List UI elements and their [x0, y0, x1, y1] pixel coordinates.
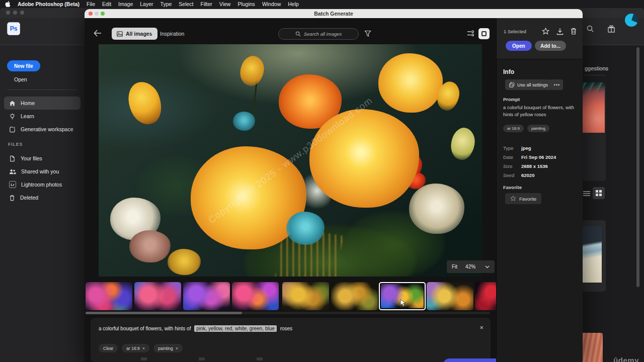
- close-icon[interactable]: ×: [479, 324, 484, 331]
- apple-icon[interactable]: [5, 1, 11, 7]
- filmstrip-thumbnail[interactable]: [183, 282, 230, 310]
- sidebar-item-label: Deleted: [20, 195, 38, 201]
- prompt-tags: ar 16:9 painting: [503, 125, 549, 132]
- remove-chip-icon[interactable]: ×: [142, 346, 145, 351]
- painting-shape: [449, 126, 477, 162]
- menu-item-filter[interactable]: Filter: [201, 1, 212, 7]
- display-settings-icon[interactable]: [467, 30, 474, 37]
- prompt-panel: a colorful bouquet of flowers, with hint…: [91, 318, 491, 362]
- menu-item-window[interactable]: Window: [262, 1, 281, 7]
- dialog-close-button[interactable]: [89, 12, 93, 16]
- prompt-value: a colorful bouquet of flowers, with hint…: [503, 104, 578, 119]
- field-value: Fri Sep 06 2024: [521, 154, 556, 160]
- filter-funnel-icon[interactable]: [364, 30, 371, 37]
- dialog-zoom-button[interactable]: [101, 12, 105, 16]
- prompt-text-after: roses: [280, 326, 292, 331]
- filmstrip-thumbnail[interactable]: [232, 282, 279, 310]
- dialog-minimize-button[interactable]: [95, 12, 99, 16]
- suggestion-card[interactable]: [583, 82, 606, 181]
- home-scrollbar[interactable]: [636, 47, 639, 287]
- trash-icon: [9, 195, 15, 201]
- sidebar-item-lightroom-photos[interactable]: Lr Lightroom photos: [4, 178, 80, 191]
- painting-shape: [233, 112, 255, 131]
- field-label: Date: [503, 154, 521, 160]
- new-file-button[interactable]: New file: [7, 60, 40, 71]
- search-icon[interactable]: [586, 25, 594, 33]
- field-value: 2688 x 1536: [521, 163, 548, 169]
- filmstrip-thumbnail[interactable]: [282, 282, 329, 310]
- fit-button[interactable]: Fit: [452, 264, 457, 269]
- prompt-chips: Clear ar 16:9× painting×: [99, 344, 183, 352]
- painting-shape: [309, 109, 419, 208]
- single-view-button[interactable]: [478, 28, 490, 39]
- sidebar-item-home[interactable]: Home: [4, 97, 80, 110]
- prompt-text-before: a colorful bouquet of flowers, with hint…: [99, 326, 191, 331]
- menu-item-edit[interactable]: Edit: [102, 1, 111, 7]
- remove-chip-icon[interactable]: ×: [176, 346, 178, 351]
- delete-trash-icon[interactable]: [571, 28, 577, 35]
- suggestions-heading-partial: ggestions: [585, 65, 608, 71]
- menu-item-layer[interactable]: Layer: [140, 1, 153, 7]
- menu-item-view[interactable]: View: [219, 1, 231, 7]
- tag-aspect-ratio[interactable]: ar 16:9: [503, 125, 524, 132]
- lightroom-icon: Lr: [9, 181, 16, 188]
- grid-view-button[interactable]: [593, 187, 605, 199]
- home-icon: [9, 100, 16, 107]
- style-chip[interactable]: painting×: [153, 344, 183, 352]
- use-all-settings-button[interactable]: Use all settings: [505, 79, 552, 90]
- prompt-input[interactable]: a colorful bouquet of flowers, with hint…: [99, 326, 466, 331]
- window-minimize-button[interactable]: [13, 11, 17, 15]
- window-zoom-button[interactable]: [20, 11, 24, 15]
- sidebar-item-your-files[interactable]: Your files: [4, 152, 80, 165]
- window-close-button[interactable]: [6, 11, 10, 15]
- field-label: Size: [503, 163, 521, 169]
- open-selected-button[interactable]: Open: [506, 41, 532, 51]
- gallery-card[interactable]: [583, 220, 606, 292]
- aspect-ratio-chip[interactable]: ar 16:9×: [122, 344, 149, 352]
- prompt-text-highlighted[interactable]: pink, yellow, red, white, green, blue: [194, 325, 277, 332]
- add-to-button[interactable]: Add to...: [535, 41, 566, 51]
- inspiration-bulb-icon: [150, 30, 156, 37]
- sidebar-item-generative-workspace[interactable]: Generative workspace: [4, 123, 80, 136]
- generated-image[interactable]: Copyright © 2025 - www.p30download.com: [99, 44, 482, 277]
- zoom-control[interactable]: Fit 42%: [447, 260, 495, 273]
- list-view-icon[interactable]: [583, 190, 591, 197]
- partial-toolbar-icon: [199, 357, 205, 360]
- more-options-button[interactable]: •••: [551, 79, 563, 90]
- menu-item-image[interactable]: Image: [118, 1, 133, 7]
- clear-chip[interactable]: Clear: [99, 344, 118, 352]
- info-field-size: Size 2688 x 1536: [503, 163, 579, 169]
- menu-item-select[interactable]: Select: [179, 1, 193, 7]
- menu-item-help[interactable]: Help: [288, 1, 299, 7]
- sidebar-item-learn[interactable]: Learn: [4, 110, 80, 123]
- sidebar-item-deleted[interactable]: Deleted: [4, 191, 80, 204]
- favorite-star-icon[interactable]: [542, 28, 549, 35]
- menu-app-name[interactable]: Adobe Photoshop (Beta): [18, 1, 79, 7]
- menu-item-plugins[interactable]: Plugins: [237, 1, 255, 7]
- filmstrip-thumbnail[interactable]: [86, 282, 132, 310]
- info-field-date: Date Fri Sep 06 2024: [503, 154, 579, 160]
- filmstrip-thumbnail[interactable]: [134, 282, 181, 310]
- tag-style[interactable]: painting: [527, 125, 549, 132]
- gift-icon[interactable]: [607, 25, 615, 33]
- favorite-button[interactable]: Favorite: [505, 193, 541, 204]
- back-icon[interactable]: [94, 30, 102, 37]
- menu-item-file[interactable]: File: [87, 1, 95, 7]
- tab-inspiration[interactable]: Inspiration: [150, 28, 184, 40]
- info-panel: 1 Selected Open Add to... Info Use all s…: [496, 18, 583, 362]
- open-button[interactable]: Open: [14, 76, 27, 82]
- chevron-down-icon[interactable]: [485, 265, 490, 268]
- sidebar-item-label: Lightroom photos: [21, 182, 62, 188]
- filmstrip-thumbnail[interactable]: [331, 282, 378, 310]
- menu-item-type[interactable]: Type: [160, 1, 172, 7]
- people-icon: [9, 168, 16, 175]
- field-value: 62020: [521, 172, 534, 178]
- sidebar-item-label: Your files: [21, 155, 42, 161]
- chip-label: ar 16:9: [126, 346, 139, 351]
- account-avatar[interactable]: [625, 14, 638, 27]
- filmstrip-scrollbar-thumb[interactable]: [86, 312, 242, 314]
- filmstrip-thumbnail[interactable]: [427, 282, 473, 310]
- search-input[interactable]: Search all images: [278, 28, 359, 40]
- download-icon[interactable]: [556, 28, 564, 35]
- sidebar-item-shared-with-you[interactable]: Shared with you: [4, 165, 80, 178]
